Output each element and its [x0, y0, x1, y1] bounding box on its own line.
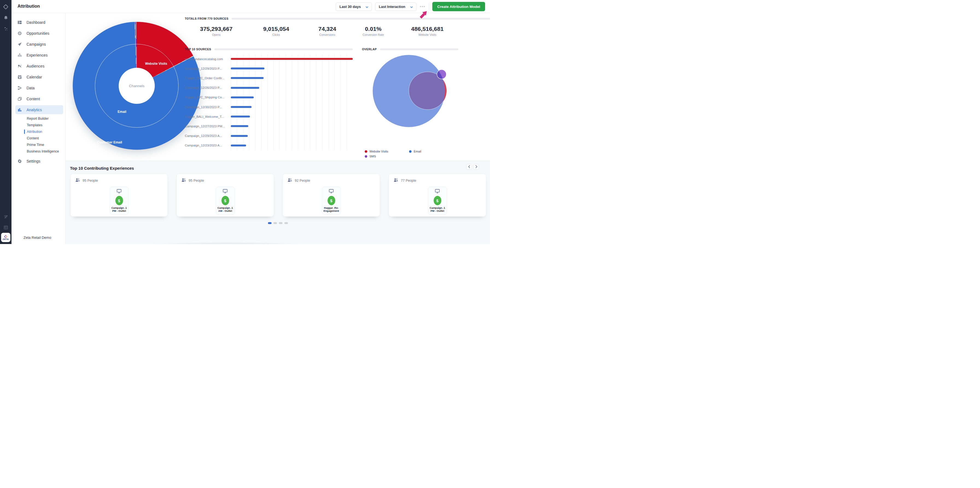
sidebar-item-settings[interactable]: Settings: [11, 156, 63, 167]
sidebar-subitem-content[interactable]: Content: [11, 135, 63, 141]
chevron-down-icon: [410, 4, 413, 9]
source-row: Campaign_12/27/2023 PM...: [185, 121, 353, 131]
sidebar-subitem-attribution[interactable]: Attribution: [11, 128, 63, 135]
people-icon: [393, 178, 398, 183]
source-bar[interactable]: [231, 125, 248, 127]
sidebar-subitem-prime-time[interactable]: Prime Time: [11, 141, 63, 148]
experience-node[interactable]: $ Campaign_1 AM - Outlet: [216, 187, 235, 215]
date-range-dropdown[interactable]: Last 30 days: [336, 2, 372, 11]
zeta-logo[interactable]: ZETA: [1, 233, 10, 242]
sidebar-item-campaigns[interactable]: Campaigns: [11, 39, 63, 50]
top-sources-header-track: [215, 48, 353, 50]
source-bar[interactable]: [231, 87, 259, 89]
overlap-section-header: OVERLAP: [362, 48, 458, 51]
source-row: Campaign_12/23/2023 A...: [185, 141, 353, 150]
sidebar-item-analytics[interactable]: Analytics: [15, 105, 63, 114]
conversion-dollar-icon: $: [434, 196, 441, 205]
chevron-right-icon: [475, 165, 477, 170]
people-count: 95 People: [83, 179, 98, 182]
monitor-icon: [329, 189, 334, 195]
legend-dot-sms: [365, 155, 367, 158]
channels-sunburst-chart[interactable]: Website Visits Email Customer Email Chan…: [73, 22, 201, 150]
source-bar[interactable]: [231, 106, 251, 108]
workspace-name[interactable]: Zeta Retail Demo: [24, 236, 51, 239]
source-link[interactable]: Trigger_SVC_Order Confir...: [185, 76, 225, 80]
sparkles-icon[interactable]: [0, 25, 11, 33]
experience-node[interactable]: $ Campaign_1 PM - Outlet: [110, 187, 129, 215]
carousel-dot-2[interactable]: [274, 222, 277, 224]
source-link[interactable]: Campaign_12/27/2023 PM...: [185, 125, 225, 128]
totals-heading: TOTALS FROM 770 SOURCES: [185, 17, 228, 20]
sidebar-item-dashboard[interactable]: Dashboard: [11, 17, 63, 28]
legend-email[interactable]: Email: [409, 150, 422, 153]
top-header: Attribution Last 30 days Last Interactio…: [11, 0, 490, 13]
people-icon: [75, 178, 80, 183]
people-icon: [287, 178, 292, 183]
source-row: Trigger_SVC_Shipping Co...: [185, 93, 353, 102]
carousel-next-button[interactable]: [473, 164, 479, 170]
create-attribution-model-button[interactable]: Create Attribution Model: [432, 2, 485, 11]
source-bar[interactable]: [231, 144, 246, 146]
carousel-dot-3[interactable]: [279, 222, 282, 224]
source-link[interactable]: Trigger_BALI_Welcome_T...: [185, 115, 225, 118]
source-link[interactable]: www.sundancecatalog.com: [185, 57, 225, 61]
source-link[interactable]: Campaign_12/29/2023 A...: [185, 134, 225, 138]
sidebar-item-opportunities[interactable]: Opportunities: [11, 28, 63, 39]
sidebar-subitem-report-builder[interactable]: Report Builder: [11, 115, 63, 122]
sunburst-center: Channels: [119, 68, 155, 104]
conversion-dollar-icon: $: [221, 196, 229, 205]
more-options-button[interactable]: •••: [420, 5, 425, 9]
carousel-dot-1[interactable]: [268, 222, 272, 224]
legend-dot-website-visits: [365, 150, 367, 153]
source-link[interactable]: Campaign_12/23/2023 A...: [185, 144, 225, 147]
overlap-heading: OVERLAP: [362, 48, 377, 51]
experience-node-label: Haggar_Re-Engagement: [323, 206, 340, 212]
source-bar[interactable]: [231, 58, 353, 60]
people-count: 77 People: [401, 179, 416, 182]
attribution-model-dropdown[interactable]: Last Interaction: [375, 2, 417, 11]
source-bar[interactable]: [231, 116, 250, 117]
source-link[interactable]: Campaign_12/29/2023 P...: [185, 67, 225, 70]
overlap-venn-diagram[interactable]: [362, 54, 463, 135]
attribution-model-value: Last Interaction: [379, 5, 405, 9]
sidebar-subitem-business-intelligence[interactable]: Business Intelligence: [11, 148, 63, 155]
zeta-diamond-icon[interactable]: [0, 3, 11, 11]
experiences-heading: Top 10 Contributing Experiences: [70, 166, 134, 171]
sidebar-item-calendar[interactable]: Calendar: [11, 71, 63, 82]
audience-dots-icon: [17, 64, 22, 68]
legend-website-visits[interactable]: Website Visits: [365, 150, 388, 153]
carousel-dot-4[interactable]: [285, 222, 288, 224]
experience-node[interactable]: $ Haggar_Re-Engagement: [322, 187, 341, 215]
experience-card-1[interactable]: 95 People $ Campaign_1 PM - Outlet: [70, 174, 168, 217]
source-bar[interactable]: [231, 68, 264, 70]
app-rail: ZETA: [0, 0, 11, 244]
zeta-logo-text: ZETA: [3, 238, 9, 241]
signal-slash-icon[interactable]: [0, 212, 11, 221]
experience-card-4[interactable]: 77 People $ Campaign_1 PM - Outlet: [388, 174, 486, 217]
source-link[interactable]: Campaign_12/30/2023 P...: [185, 106, 225, 109]
sidebar-item-data[interactable]: Data: [11, 82, 63, 93]
sunburst-label-customer-email: Customer Email: [89, 141, 130, 144]
legend-sms[interactable]: SMS: [365, 155, 376, 158]
sidebar-subitem-templates[interactable]: Templates: [11, 122, 63, 128]
experience-card-3[interactable]: 92 People $ Haggar_Re-Engagement: [282, 174, 380, 217]
bottom-shadow: [115, 242, 339, 244]
source-bar[interactable]: [231, 77, 264, 79]
bell-icon[interactable]: [0, 14, 11, 22]
bar-chart-icon: [17, 108, 22, 112]
conversion-dollar-icon: $: [328, 196, 335, 205]
contributing-experiences-section: Top 10 Contributing Experiences 95 Peopl…: [65, 161, 490, 244]
source-bar[interactable]: [231, 135, 248, 137]
source-link[interactable]: Campaign_12/26/2023 P...: [185, 86, 225, 89]
experience-node[interactable]: $ Campaign_1 PM - Outlet: [428, 187, 447, 215]
source-bar[interactable]: [231, 97, 254, 98]
carousel-prev-button[interactable]: [466, 164, 472, 170]
book-icon[interactable]: [0, 223, 11, 232]
sidebar-item-audiences[interactable]: Audiences: [11, 61, 63, 71]
sidebar-item-content[interactable]: Content: [11, 93, 63, 105]
sidebar-item-experiences[interactable]: Experiences: [11, 50, 63, 61]
carousel-pagination: [65, 222, 490, 224]
experience-card-2[interactable]: 95 People $ Campaign_1 AM - Outlet: [177, 174, 274, 217]
totals-section-header: TOTALS FROM 770 SOURCES: [185, 17, 490, 20]
source-link[interactable]: Trigger_SVC_Shipping Co...: [185, 96, 225, 99]
